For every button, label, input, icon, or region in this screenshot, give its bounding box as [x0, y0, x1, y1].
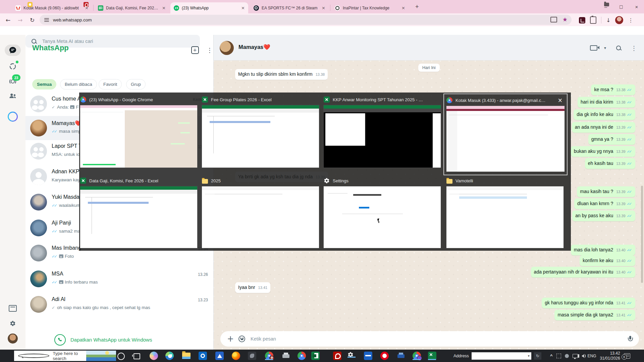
task-view-icon[interactable] — [133, 353, 140, 359]
address-bar[interactable]: web.whatsapp.com — [40, 15, 572, 25]
tab-close-icon[interactable]: × — [322, 5, 325, 10]
thumbnail-preview[interactable] — [202, 105, 319, 168]
back-button[interactable]: ← — [3, 15, 13, 25]
meta-ai-icon[interactable] — [7, 111, 18, 122]
profile-avatar[interactable] — [7, 333, 18, 344]
tab-steam[interactable]: EA SPORTS FC™ 26 di Steam × — [250, 2, 329, 13]
thumbnail-preview[interactable] — [202, 186, 319, 248]
settings-gear-icon[interactable] — [7, 318, 18, 329]
tab-close-icon[interactable]: × — [162, 5, 166, 10]
snip-tray-icon[interactable] — [556, 354, 561, 358]
tab-gmail[interactable]: Kotak Masuk (9.060) - aldiswbt × — [12, 2, 92, 13]
emoji-icon[interactable] — [238, 336, 245, 342]
window-thumbnail-fee-pilates-excel[interactable]: Fee Group Pilates 2026 - Excel — [202, 95, 319, 105]
taskbar-avira-icon[interactable] — [380, 352, 389, 360]
network-tray-icon[interactable] — [573, 354, 578, 358]
taskbar-firefox-icon[interactable] — [232, 352, 240, 360]
taskbar-chrome-icon[interactable] — [298, 352, 306, 360]
new-chat-button[interactable]: + — [191, 46, 199, 54]
taskbar-blue-app-icon[interactable] — [215, 352, 224, 360]
chat-menu-icon[interactable]: ⋮ — [629, 43, 639, 53]
window-thumbnail-folder-2025[interactable]: 2025 — [202, 176, 319, 186]
window-maximize-button[interactable]: □ — [614, 0, 629, 13]
mic-icon[interactable] — [628, 336, 632, 342]
show-hidden-icons[interactable]: ^ — [550, 353, 553, 358]
filter-favorit[interactable]: Favorit — [99, 79, 122, 89]
window-thumbnail-data-gaji-excel[interactable]: Data Gaji, Komisi, Fee 2026 - Excel — [80, 176, 197, 186]
thumbnail-preview[interactable] — [80, 105, 197, 168]
bookmark-star-icon[interactable]: ★ — [562, 16, 568, 23]
chevron-down-icon[interactable]: ▾ — [600, 43, 610, 53]
taskbar-edge-icon[interactable] — [165, 352, 174, 360]
video-call-icon[interactable] — [589, 43, 599, 53]
communities-icon[interactable] — [7, 90, 18, 101]
chat-scrollbar[interactable] — [641, 186, 643, 283]
profile-avatar[interactable] — [615, 16, 623, 24]
filter-belum-dibaca[interactable]: Belum dibaca — [60, 79, 97, 89]
taskbar-scanner-icon[interactable] — [364, 352, 372, 360]
address-input[interactable]: ▾ — [472, 352, 531, 360]
taskbar-outlook-icon[interactable] — [199, 352, 207, 360]
taskbar-search-box[interactable]: Type here to search — [14, 351, 116, 361]
sidebar-menu-icon[interactable]: ⋮ — [205, 46, 214, 54]
taskbar-chrome-profile-icon[interactable] — [265, 352, 273, 360]
reload-button[interactable]: ↻ — [28, 15, 37, 25]
window-thumbnail-settings[interactable]: Settings — [324, 176, 441, 186]
taskbar-fax-icon[interactable] — [282, 352, 290, 360]
downloads-icon[interactable]: ↓ — [606, 17, 610, 23]
cortana-icon[interactable] — [117, 353, 125, 360]
taskbar-dark-app-icon[interactable] — [248, 352, 256, 360]
forward-button[interactable]: → — [15, 15, 25, 25]
search-in-chat-icon[interactable] — [613, 43, 624, 53]
extension-clipboard-icon[interactable] — [590, 16, 596, 24]
taskbar-printer-icon[interactable] — [397, 352, 405, 360]
filter-grup[interactable]: Grup — [126, 79, 146, 89]
thumbnail-preview[interactable] — [324, 186, 441, 248]
install-app-icon[interactable] — [550, 17, 557, 22]
extension-idm-icon[interactable] — [579, 17, 585, 23]
get-whatsapp-banner[interactable]: Dapatkan WhatsApp untuk Windows — [25, 330, 213, 350]
attach-plus-icon[interactable]: + — [227, 334, 234, 344]
tab-close-icon[interactable]: × — [241, 5, 245, 10]
taskbar-acrobat-icon[interactable] — [333, 352, 341, 360]
chat-avatar[interactable] — [220, 41, 234, 55]
taskbar-copilot-icon[interactable] — [150, 352, 158, 360]
new-tab-button[interactable]: + — [415, 3, 419, 10]
tab-sheets[interactable]: Data Gaji, Komisi, Fee 2026.xlsx × — [95, 2, 169, 13]
window-close-button[interactable]: × — [629, 0, 644, 13]
dropdown-chevron-icon[interactable]: ▾ — [528, 354, 530, 358]
chats-icon[interactable] — [7, 45, 18, 56]
notification-center-icon[interactable]: 8 — [624, 353, 630, 359]
browser-menu-icon[interactable]: ⋮ — [628, 17, 633, 23]
taskbar-excel-file-icon[interactable] — [311, 352, 320, 360]
taskbar-file-explorer-icon[interactable] — [182, 352, 191, 359]
close-thumbnail-icon[interactable]: × — [556, 97, 565, 104]
site-settings-icon[interactable] — [44, 18, 49, 22]
chat-header[interactable]: Mamayas❤️ ▾ ⋮ — [214, 35, 644, 61]
volume-tray-icon[interactable] — [582, 354, 584, 358]
thumbnail-preview[interactable] — [446, 106, 565, 172]
taskbar-excel-icon[interactable] — [428, 352, 436, 360]
message-input[interactable] — [250, 336, 623, 342]
window-thumbnail-whatsapp-chrome[interactable]: (23) WhatsApp - Google Chrome — [80, 95, 197, 105]
thumbnail-preview[interactable] — [80, 186, 197, 248]
window-thumbnail-kkp-monitoring-excel[interactable]: KKP Anwar Monitoring SPT Tahunan 2025 - … — [324, 95, 441, 105]
tab-close-icon[interactable]: × — [401, 5, 405, 10]
address-go-button[interactable]: ↻ — [534, 352, 541, 360]
status-icon[interactable] — [7, 61, 18, 72]
thumbnail-preview[interactable] — [446, 186, 564, 248]
taskbar-chrome-profile2-icon[interactable] — [413, 352, 421, 360]
tab-whatsapp-active[interactable]: 23 (23) WhatsApp × — [170, 2, 248, 13]
filter-semua[interactable]: Semua — [32, 79, 56, 89]
window-thumbnail-folder-vamotelli[interactable]: Vamotelli — [446, 176, 564, 186]
tab-inapintar[interactable]: InaPintar | Tax Knowledge × — [331, 2, 409, 13]
archive-icon[interactable] — [7, 303, 18, 314]
language-indicator[interactable]: ENG — [588, 354, 596, 358]
taskbar-clock[interactable]: 13.42 31/01/2026 — [600, 351, 620, 361]
taskbar-settings-icon[interactable] — [347, 352, 354, 358]
thumbnail-preview[interactable] — [324, 105, 441, 168]
window-thumbnail-gmail-chrome-selected[interactable]: Kotak Masuk (3.433) - anwar.pajak@gmail.… — [446, 95, 565, 105]
message-composer[interactable]: + — [220, 331, 639, 347]
security-tray-icon[interactable] — [565, 354, 569, 358]
chat-row-adi-al[interactable]: Adi Al ✓oh siap mas kalo gtu mas , cepet… — [25, 292, 213, 316]
